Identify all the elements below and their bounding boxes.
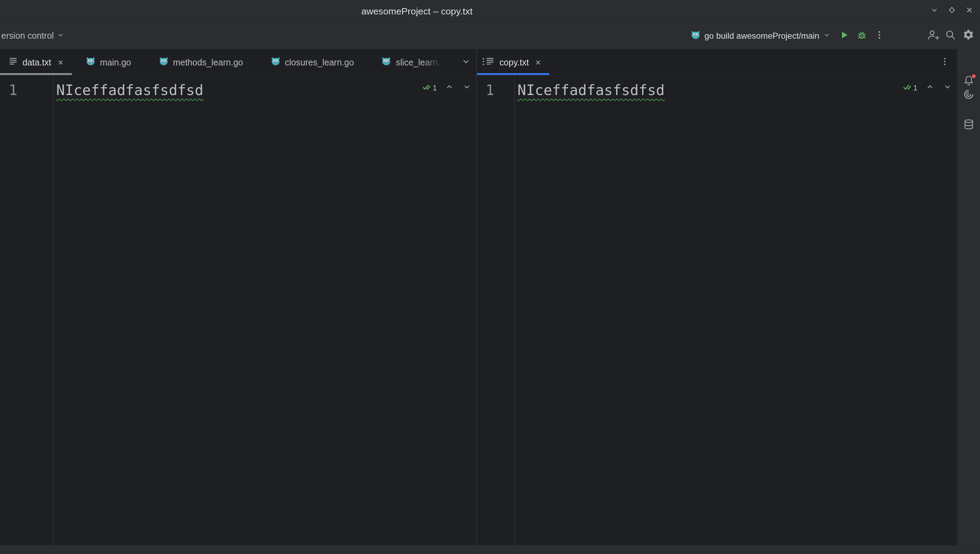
diamond-icon [948,5,956,16]
add-user-icon [927,29,940,42]
vcs-widget[interactable]: ersion control [0,30,64,40]
next-problem-button[interactable] [462,83,472,92]
text-file-icon [485,56,495,68]
chevron-down-icon [823,31,830,40]
kebab-menu-icon [940,57,949,68]
inspections-widget: 1 [902,82,952,93]
search-button[interactable] [942,27,959,45]
ai-assistant-icon [963,88,974,101]
line-number: 1 [486,81,495,99]
main-toolbar: ersion control go build awesomeProject/m… [0,21,980,49]
main-content: data.txt main.go [0,49,980,545]
inspections-ok-button[interactable]: 1 [422,82,437,93]
prev-problem-button[interactable] [925,83,935,92]
go-file-icon [382,56,391,68]
tab-label: closures_learn.go [285,57,354,67]
inspections-count: 1 [433,83,437,92]
editor-gutter: 1 [477,76,515,545]
code-line[interactable]: NIceffadfasfsdfsd [56,81,204,99]
text-file-icon [8,56,18,68]
more-actions-button[interactable] [870,27,888,45]
add-user-button[interactable] [924,27,942,45]
tab-label: slice_learn.g [396,57,443,67]
tab-slice-learn-go[interactable]: slice_learn.g [368,49,457,75]
editor-pane-left: data.txt main.go [0,49,476,545]
debug-button[interactable] [853,27,871,45]
editor-tabs-right: copy.txt [477,49,957,76]
debug-bug-icon [857,30,867,41]
tab-copy-txt[interactable]: copy.txt [477,49,549,75]
go-file-icon [159,56,169,68]
ai-assistant-button[interactable] [961,89,977,101]
tab-label: methods_learn.go [173,57,243,67]
editor-tabs-left: data.txt main.go [0,49,476,76]
notification-badge-dot [972,74,976,78]
tab-options-button[interactable] [937,54,952,70]
minimize-button[interactable] [926,2,942,19]
tab-closures-learn-go[interactable]: closures_learn.go [257,49,368,75]
editor-right[interactable]: 1 NIceffadfasfsdfsd 1 [477,76,957,545]
toolbar-right-group: go build awesomeProject/main [690,27,977,45]
search-icon [945,29,956,42]
tab-data-txt[interactable]: data.txt [0,49,72,75]
tab-actions-right [937,49,952,75]
chevron-down-icon [930,5,939,16]
chevron-up-icon [926,82,935,93]
tab-label: main.go [100,57,131,67]
show-hidden-tabs-button[interactable] [458,54,474,70]
line-number: 1 [9,81,18,99]
tab-main-go[interactable]: main.go [72,49,145,75]
inspections-ok-check-icon [902,82,912,93]
inspections-ok-check-icon [422,82,431,93]
editor-split-area: data.txt main.go [0,49,957,545]
settings-button[interactable] [959,27,977,45]
vcs-widget-label: ersion control [2,30,54,40]
inspections-count: 1 [913,83,918,92]
go-gopher-icon [690,30,700,41]
chevron-up-icon [445,82,454,93]
run-configuration-label: go build awesomeProject/main [705,31,819,40]
close-icon [965,5,974,16]
right-toolwindow-stripe [957,49,980,545]
close-button[interactable] [961,2,978,19]
run-configuration-selector[interactable]: go build awesomeProject/main [690,30,830,41]
run-play-icon [840,30,850,41]
window-title: awesomeProject – copy.txt [361,0,473,21]
code-line[interactable]: NIceffadfasfsdfsd [517,81,665,99]
chevron-down-icon [57,30,64,40]
chevron-down-icon [463,82,471,93]
tab-label: data.txt [22,57,51,67]
tab-label: copy.txt [500,57,529,67]
database-icon [963,118,974,131]
status-bar [0,545,980,554]
gear-icon [962,29,974,43]
tab-close-button[interactable] [535,59,541,65]
kebab-menu-icon [874,30,884,41]
chevron-down-icon [461,57,471,68]
editor-pane-right: copy.txt 1 [477,49,957,545]
tab-close-button[interactable] [57,59,64,65]
notifications-button[interactable] [961,75,977,88]
run-button[interactable] [836,27,853,45]
chevron-down-icon [943,82,952,93]
go-file-icon [86,56,95,68]
prev-problem-button[interactable] [444,83,454,92]
inspections-widget: 1 [422,82,472,93]
go-file-icon [270,56,280,68]
inspections-ok-button[interactable]: 1 [902,82,917,93]
tab-methods-learn-go[interactable]: methods_learn.go [145,49,257,75]
window-controls [926,0,978,21]
editor-gutter: 1 [0,76,54,545]
next-problem-button[interactable] [942,83,952,92]
ide-window: awesomeProject – copy.txt ersion control [0,0,980,554]
editor-left[interactable]: 1 NIceffadfasfsdfsd 1 [0,76,476,545]
title-bar: awesomeProject – copy.txt [0,0,980,21]
maximize-button[interactable] [944,2,960,19]
database-button[interactable] [961,119,977,131]
